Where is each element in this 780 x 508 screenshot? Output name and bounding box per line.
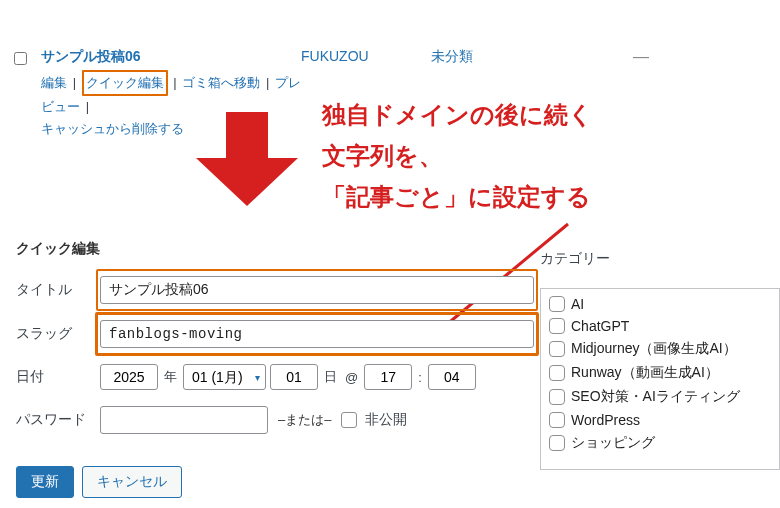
day-unit: 日	[322, 368, 339, 386]
annotation-line1: 独自ドメインの後に続く	[322, 101, 593, 128]
arrow-down-icon	[196, 112, 298, 206]
category-label: AI	[571, 296, 584, 312]
time-colon: :	[416, 370, 424, 385]
at-symbol: @	[343, 370, 360, 385]
purge-cache-link[interactable]: キャッシュから削除する	[41, 121, 184, 136]
month-select[interactable]: 01 (1月)	[183, 364, 266, 390]
categories-listbox[interactable]: AIChatGPTMidjourney（画像生成AI）Runway（動画生成AI…	[540, 288, 780, 470]
annotation-line3: 「記事ごと」に設定する	[322, 183, 591, 210]
category-item[interactable]: ショッピング	[549, 431, 773, 455]
category-label: Runway（動画生成AI）	[571, 364, 719, 382]
day-input[interactable]	[270, 364, 318, 390]
action-separator: |	[71, 75, 78, 90]
minute-input[interactable]	[428, 364, 476, 390]
quick-edit-right-column: カテゴリー AIChatGPTMidjourney（画像生成AI）Runway（…	[534, 276, 780, 470]
category-item[interactable]: SEO対策・AIライティング	[549, 385, 773, 409]
post-title-link[interactable]: サンプル投稿06	[41, 48, 141, 66]
password-row: パスワード –または– 非公開	[16, 406, 534, 434]
slug-input[interactable]	[100, 320, 534, 348]
category-checkbox[interactable]	[549, 389, 565, 405]
annotation-text: 独自ドメインの後に続く 文字列を、 「記事ごと」に設定する	[322, 95, 593, 217]
col-author[interactable]: FUKUZOU	[301, 48, 431, 64]
category-checkbox[interactable]	[549, 412, 565, 428]
private-checkbox[interactable]	[341, 412, 357, 428]
slug-row: スラッグ	[16, 320, 534, 348]
category-label: Midjourney（画像生成AI）	[571, 340, 737, 358]
title-input[interactable]	[100, 276, 534, 304]
year-unit: 年	[162, 368, 179, 386]
hour-input[interactable]	[364, 364, 412, 390]
row-select-checkbox[interactable]	[14, 52, 27, 65]
category-checkbox[interactable]	[549, 365, 565, 381]
update-button[interactable]: 更新	[16, 466, 74, 498]
category-item[interactable]: AI	[549, 293, 773, 315]
title-label: タイトル	[16, 281, 100, 299]
action-separator: |	[171, 75, 178, 90]
password-label: パスワード	[16, 411, 100, 429]
slug-label: スラッグ	[16, 325, 100, 343]
cancel-button[interactable]: キャンセル	[82, 466, 182, 498]
or-text: –または–	[272, 411, 337, 429]
category-label: ショッピング	[571, 434, 655, 452]
category-item[interactable]: Runway（動画生成AI）	[549, 361, 773, 385]
annotation-line2: 文字列を、	[322, 142, 443, 169]
date-label: 日付	[16, 368, 100, 386]
category-item[interactable]: WordPress	[549, 409, 773, 431]
action-separator: |	[264, 75, 271, 90]
edit-link[interactable]: 編集	[41, 75, 67, 90]
year-input[interactable]	[100, 364, 158, 390]
category-item[interactable]: Midjourney（画像生成AI）	[549, 337, 773, 361]
category-label: ChatGPT	[571, 318, 629, 334]
trash-link[interactable]: ゴミ箱へ移動	[182, 75, 260, 90]
password-input[interactable]	[100, 406, 268, 434]
quick-edit-panel: クイック編集 タイトル スラッグ	[14, 234, 780, 470]
category-label: SEO対策・AIライティング	[571, 388, 740, 406]
category-checkbox[interactable]	[549, 341, 565, 357]
col-date: —	[611, 48, 671, 66]
category-checkbox[interactable]	[549, 435, 565, 451]
categories-label: カテゴリー	[540, 250, 780, 268]
quick-edit-highlight: クイック編集	[82, 70, 168, 96]
date-row: 日付 年 01 (1月) 日 @ :	[16, 364, 534, 390]
category-checkbox[interactable]	[549, 296, 565, 312]
category-item[interactable]: ChatGPT	[549, 315, 773, 337]
svg-marker-0	[196, 112, 298, 206]
col-category[interactable]: 未分類	[431, 48, 611, 66]
quick-edit-link[interactable]: クイック編集	[86, 75, 164, 90]
title-row: タイトル	[16, 276, 534, 304]
private-label: 非公開	[365, 411, 407, 429]
category-checkbox[interactable]	[549, 318, 565, 334]
quick-edit-buttons: 更新 キャンセル	[16, 466, 182, 498]
quick-edit-left-column: タイトル スラッグ 日付	[14, 276, 534, 470]
category-label: WordPress	[571, 412, 640, 428]
action-separator: |	[84, 99, 91, 114]
